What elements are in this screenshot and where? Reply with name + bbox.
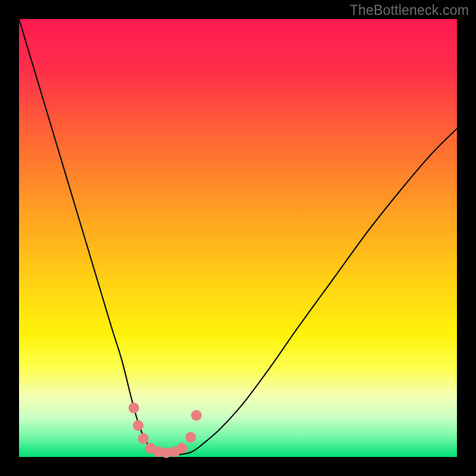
curve-layer: [19, 19, 457, 457]
watermark-text: TheBottleneck.com: [350, 2, 469, 18]
outer-frame: TheBottleneck.com: [0, 0, 476, 476]
loss-curve: [19, 19, 457, 455]
marker-dot: [177, 443, 187, 453]
optimum-markers: [129, 403, 202, 458]
marker-dot: [186, 432, 196, 443]
marker-dot: [129, 403, 139, 414]
plot-area: [19, 19, 457, 457]
marker-dot: [138, 433, 149, 444]
marker-dot: [133, 420, 143, 431]
marker-dot: [191, 410, 202, 421]
